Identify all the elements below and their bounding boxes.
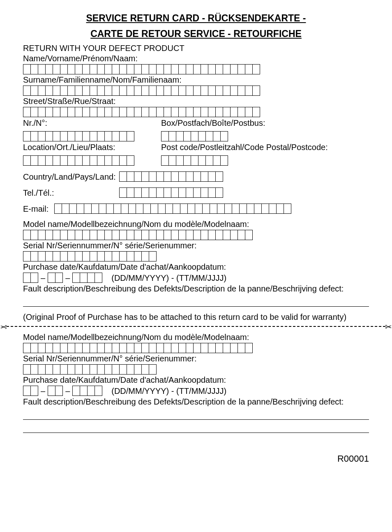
fault2-line2[interactable] [23,423,369,433]
tel-input[interactable] [119,187,223,198]
purchase2-format: (DD/MM/YYYY) - (TT/MM/JJJJ) [111,386,226,396]
country-label: Country/Land/Pays/Land: [23,172,113,182]
purchase1-label: Purchase date/Kaufdatum/Date d'achat/Aan… [23,262,369,272]
date-sep-icon: – [65,386,71,396]
purchase1-mm[interactable] [48,273,63,283]
scissors-icon: ✂ [0,322,7,332]
email-label: E-mail: [23,204,48,214]
date-sep-icon: – [65,273,71,283]
model2-label: Model name/Modellbezeichnung/Nom du modè… [23,333,369,342]
surname-input[interactable] [23,86,369,96]
form-title-1: SERVICE RETURN CARD - RÜCKSENDEKARTE - [23,12,369,25]
nr-label: Nr./N°: [23,118,161,128]
purchase1-yyyy[interactable] [72,273,102,283]
purchase1-format: (DD/MM/YYYY) - (TT/MM/JJJJ) [111,273,226,283]
fault2-line1[interactable] [23,410,369,420]
date-sep-icon: – [40,386,46,396]
serial1-input[interactable] [23,251,369,261]
form-title-2: CARTE DE RETOUR SERVICE - RETOURFICHE [23,28,369,40]
purchase2-dd[interactable] [23,386,38,396]
box-input[interactable] [161,131,369,141]
warranty-note: (Original Proof of Purchase has to be at… [23,312,369,322]
purchase2-yyyy[interactable] [72,386,102,396]
postcode-label: Post code/Postleitzahl/Code Postal/Postc… [161,143,369,152]
fault2-label: Fault description/Beschreibung des Defek… [23,397,369,407]
fault1-line[interactable] [23,297,369,307]
model1-label: Model name/Modellbezeichnung/Nom du modè… [23,220,369,229]
scissors-icon: ✂ [385,322,392,332]
location-input[interactable] [23,155,161,166]
serial2-input[interactable] [23,364,369,375]
street-input[interactable] [23,107,369,117]
street-label: Street/Straße/Rue/Straat: [23,97,369,106]
name-label: Name/Vorname/Prénom/Naam: [23,54,369,63]
model2-input[interactable] [23,343,369,353]
country-input[interactable] [119,171,223,182]
form-code: R00001 [23,453,369,464]
form-subtitle: RETURN WITH YOUR DEFECT PRODUCT [23,44,369,53]
tel-label: Tel./Tél.: [23,188,113,198]
date-sep-icon: – [40,273,46,283]
location-label: Location/Ort./Lieu/Plaats: [23,143,161,152]
nr-input[interactable] [23,131,161,141]
purchase2-mm[interactable] [48,386,63,396]
email-input[interactable] [54,204,291,214]
purchase1-dd[interactable] [23,273,38,283]
fault1-label: Fault description/Beschreibung des Defek… [23,284,369,294]
surname-label: Surname/Familienname/Nom/Familienaam: [23,75,369,85]
purchase2-label: Purchase date/Kaufdatum/Date d'achat/Aan… [23,375,369,385]
postcode-input[interactable] [161,155,369,166]
box-label: Box/Postfach/Boîte/Postbus: [161,118,369,128]
name-input[interactable] [23,64,369,74]
cut-line: ✂ ✂ [7,326,385,327]
serial2-label: Serial Nr/Seriennummer/N° série/Serienum… [23,354,369,363]
serial1-label: Serial Nr/Seriennummer/N° série/Serienum… [23,241,369,250]
model1-input[interactable] [23,230,369,240]
